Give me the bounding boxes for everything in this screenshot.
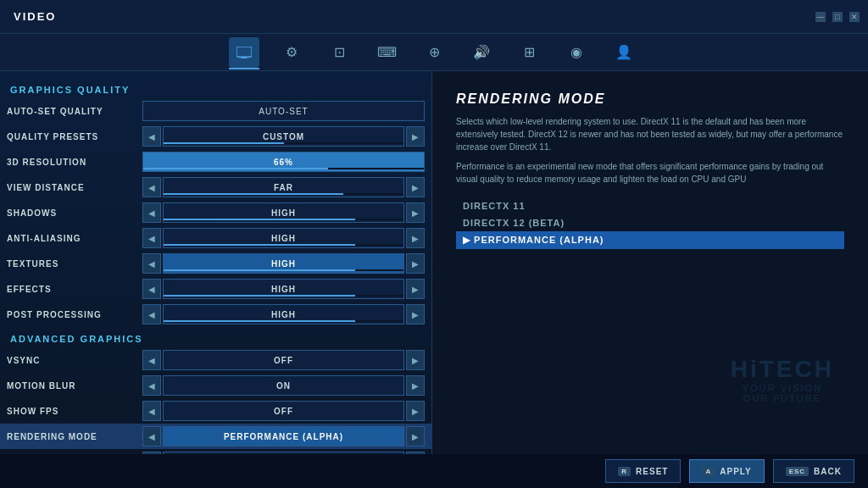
value-show-fps: OFF [163,401,404,421]
control-vsync: ◀ OFF ▶ [142,350,425,370]
value-effects: HIGH [163,279,404,299]
bottom-bar: R RESET A APPLY ESC BACK [0,454,868,488]
window-controls: — □ ✕ [815,12,860,22]
label-anti-aliasing: ANTI-ALIASING [7,234,142,243]
apply-button[interactable]: A APPLY [689,459,764,483]
setting-row-post-processing[interactable]: POST PROCESSING ◀ HIGH ▶ [0,302,431,327]
back-button[interactable]: ESC BACK [773,459,854,483]
tab-controller[interactable]: ◉ [561,37,592,68]
view-distance-left[interactable]: ◀ [142,177,161,197]
vsync-left[interactable]: ◀ [142,350,161,370]
label-post-processing: POST PROCESSING [7,310,142,319]
label-textures: TEXTURES [7,259,142,269]
main-content: GRAPHICS QUALITY AUTO-SET QUALITY AUTO-S… [0,71,868,454]
value-vsync: OFF [163,350,404,370]
value-view-distance: FAR [163,177,404,197]
setting-row-show-fps[interactable]: SHOW FPS ◀ OFF ▶ [0,398,431,424]
control-auto-set: AUTO-SET [142,101,425,121]
page-title: VIDEO [14,10,56,23]
maximize-button[interactable]: □ [832,12,843,22]
svg-rect-2 [239,58,249,58]
tab-display[interactable]: ⊡ [324,37,354,68]
left-panel: GRAPHICS QUALITY AUTO-SET QUALITY AUTO-S… [0,71,432,454]
effects-left[interactable]: ◀ [142,279,161,299]
shadows-right[interactable]: ▶ [406,202,425,223]
setting-row-auto-set[interactable]: AUTO-SET QUALITY AUTO-SET [0,98,431,124]
show-fps-right[interactable]: ▶ [406,401,425,421]
right-panel: RENDERING MODE Selects which low-level r… [432,71,868,454]
setting-row-3d-resolution[interactable]: 3D RESOLUTION 66% [0,149,431,175]
setting-row-rendering-mode[interactable]: RENDERING MODE ◀ PERFORMANCE (ALPHA) ▶ [0,424,431,449]
section-graphics-quality: GRAPHICS QUALITY [0,78,431,98]
control-anti-aliasing: ◀ HIGH ▶ [142,228,425,248]
post-processing-left[interactable]: ◀ [142,304,161,324]
svg-rect-0 [236,47,252,57]
control-motion-blur: ◀ ON ▶ [142,375,425,396]
setting-row-motion-blur[interactable]: MOTION BLUR ◀ ON ▶ [0,373,431,398]
shadows-left[interactable]: ◀ [142,202,161,223]
rendering-mode-right[interactable]: ▶ [406,426,425,446]
setting-row-quality-presets[interactable]: QUALITY PRESETS ◀ CUSTOM ▶ [0,124,431,149]
post-processing-right[interactable]: ▶ [406,304,425,324]
setting-row-view-distance[interactable]: VIEW DISTANCE ◀ FAR ▶ [0,175,431,200]
value-textures: HIGH [163,253,404,274]
vsync-right[interactable]: ▶ [406,350,425,370]
motion-blur-right[interactable]: ▶ [406,375,425,396]
label-view-distance: VIEW DISTANCE [7,183,142,192]
view-distance-right[interactable]: ▶ [406,177,425,197]
value-shadows: HIGH [163,202,404,223]
watermark-logo: HiTECH [731,356,834,383]
motion-blur-left[interactable]: ◀ [142,375,161,396]
tab-settings[interactable]: ⚙ [276,37,307,68]
effects-right[interactable]: ▶ [406,279,425,299]
render-option-performance[interactable]: ▶ PERFORMANCE (ALPHA) [456,231,844,249]
tab-audio[interactable]: 🔊 [466,37,497,68]
control-textures: ◀ HIGH ▶ [142,253,425,274]
label-vsync: VSYNC [7,356,142,365]
value-auto-set[interactable]: AUTO-SET [142,101,425,121]
rendering-mode-title: RENDERING MODE [456,92,844,107]
rendering-options: DIRECTX 11 DIRECTX 12 (BETA) ▶ PERFORMAN… [456,197,844,249]
control-3d-resolution: 66% [142,152,425,172]
setting-row-textures[interactable]: TEXTURES ◀ HIGH ▶ [0,251,431,276]
anti-aliasing-left[interactable]: ◀ [142,228,161,248]
setting-row-anti-aliasing[interactable]: ANTI-ALIASING ◀ HIGH ▶ [0,225,431,251]
tab-network[interactable]: ⊞ [514,37,544,68]
tab-keyboard[interactable]: ⌨ [371,37,402,68]
anti-aliasing-right[interactable]: ▶ [406,228,425,248]
render-option-dx11[interactable]: DIRECTX 11 [456,197,844,214]
rendering-mode-left[interactable]: ◀ [142,426,161,446]
watermark-tagline: YOUR VISIONOUR FUTURE [731,383,834,403]
watermark: HiTECH YOUR VISIONOUR FUTURE [731,356,834,403]
tab-gamepad1[interactable]: ⊕ [419,37,449,68]
value-post-processing: HIGH [163,304,404,324]
label-3d-resolution: 3D RESOLUTION [7,158,142,167]
render-option-arrow: ▶ [463,235,474,245]
minimize-button[interactable]: — [815,12,826,22]
title-bar: VIDEO — □ ✕ [0,0,868,34]
close-button[interactable]: ✕ [849,12,860,22]
reset-key: R [618,467,631,476]
label-quality-presets: QUALITY PRESETS [7,132,142,141]
quality-presets-left[interactable]: ◀ [142,126,161,147]
setting-row-effects[interactable]: EFFECTS ◀ HIGH ▶ [0,276,431,302]
quality-presets-right[interactable]: ▶ [406,126,425,147]
value-rendering-mode: PERFORMANCE (ALPHA) [163,426,404,446]
textures-left[interactable]: ◀ [142,253,161,274]
apply-key: A [702,467,715,476]
tab-video[interactable] [229,37,259,68]
rendering-mode-desc1: Selects which low-level rendering system… [456,115,844,186]
control-rendering-mode: ◀ PERFORMANCE (ALPHA) ▶ [142,426,425,446]
textures-right[interactable]: ▶ [406,253,425,274]
reset-button[interactable]: R RESET [605,459,681,483]
value-quality-presets: CUSTOM [163,126,404,147]
setting-row-vsync[interactable]: VSYNC ◀ OFF ▶ [0,347,431,373]
setting-row-shadows[interactable]: SHADOWS ◀ HIGH ▶ [0,200,431,225]
tab-user[interactable]: 👤 [609,37,639,68]
label-show-fps: SHOW FPS [7,407,142,416]
render-option-dx12[interactable]: DIRECTX 12 (BETA) [456,214,844,231]
show-fps-left[interactable]: ◀ [142,401,161,421]
value-3d-resolution[interactable]: 66% [142,152,425,172]
section-advanced-graphics: ADVANCED GRAPHICS [0,327,431,347]
label-motion-blur: MOTION BLUR [7,381,142,391]
